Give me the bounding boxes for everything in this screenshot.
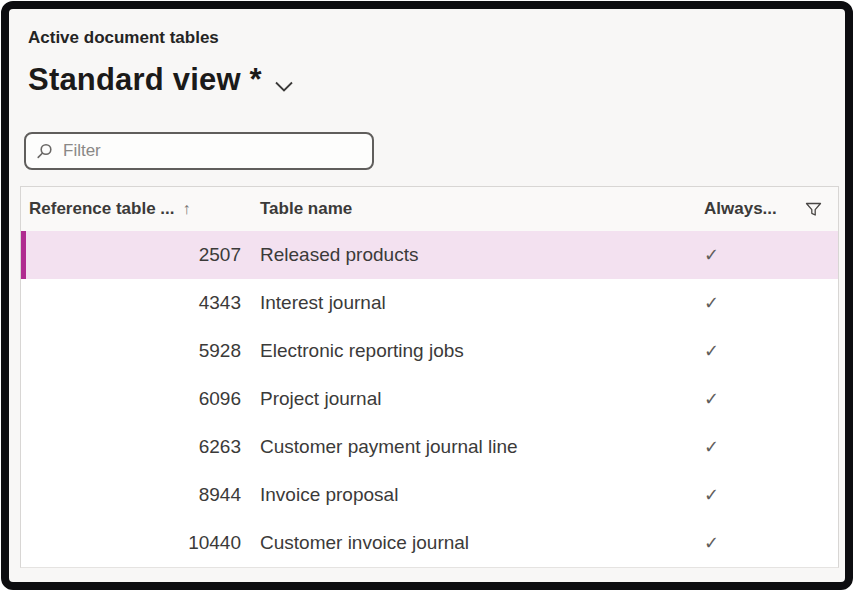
filter-input[interactable] — [61, 140, 363, 162]
cell-reference-table-id: 5928 — [21, 340, 249, 362]
always-checkmark-icon: ✓ — [698, 244, 838, 266]
filter-field — [24, 132, 374, 170]
column-header-label: Always... — [704, 199, 777, 219]
cell-reference-table-id: 4343 — [21, 292, 249, 314]
cell-reference-table-id: 2507 — [21, 244, 249, 266]
view-title: Standard view * — [28, 62, 262, 98]
cell-reference-table-id: 6263 — [21, 436, 249, 458]
table-row[interactable]: 5928 Electronic reporting jobs ✓ — [21, 327, 838, 375]
page-caption: Active document tables — [28, 28, 845, 48]
always-checkmark-icon: ✓ — [698, 532, 838, 554]
column-header-always[interactable]: Always... — [698, 199, 838, 219]
cell-reference-table-id: 10440 — [21, 532, 249, 554]
view-selector[interactable]: Standard view * — [28, 58, 294, 102]
filter-funnel-icon[interactable] — [805, 202, 822, 217]
active-document-tables-grid: Reference table ... ↑ Table name Always.… — [20, 186, 839, 568]
table-row[interactable]: 2507 Released products ✓ — [21, 231, 838, 279]
always-checkmark-icon: ✓ — [698, 484, 838, 506]
column-header-label: Reference table ... — [29, 199, 175, 219]
table-row[interactable]: 6263 Customer payment journal line ✓ — [21, 423, 838, 471]
column-header-reference-table[interactable]: Reference table ... ↑ — [21, 199, 249, 219]
selected-row-accent-bar — [21, 231, 26, 279]
cell-table-name: Electronic reporting jobs — [249, 340, 698, 362]
grid-body: 2507 Released products ✓ 4343 Interest j… — [21, 231, 838, 567]
column-header-table-name[interactable]: Table name — [249, 199, 698, 219]
search-icon — [35, 142, 54, 161]
always-checkmark-icon: ✓ — [698, 340, 838, 362]
always-checkmark-icon: ✓ — [698, 292, 838, 314]
cell-table-name: Project journal — [249, 388, 698, 410]
always-checkmark-icon: ✓ — [698, 388, 838, 410]
cell-table-name: Interest journal — [249, 292, 698, 314]
always-checkmark-icon: ✓ — [698, 436, 838, 458]
cell-reference-table-id: 8944 — [21, 484, 249, 506]
table-row[interactable]: 6096 Project journal ✓ — [21, 375, 838, 423]
cell-table-name: Customer payment journal line — [249, 436, 698, 458]
screenshot-frame: Active document tables Standard view * R… — [1, 1, 853, 590]
cell-table-name: Released products — [249, 244, 698, 266]
cell-table-name: Customer invoice journal — [249, 532, 698, 554]
chevron-down-icon — [274, 80, 294, 93]
column-header-label: Table name — [260, 199, 352, 218]
table-row[interactable]: 10440 Customer invoice journal ✓ — [21, 519, 838, 567]
grid-header-row: Reference table ... ↑ Table name Always.… — [21, 187, 838, 231]
table-row[interactable]: 8944 Invoice proposal ✓ — [21, 471, 838, 519]
sort-ascending-icon: ↑ — [183, 200, 191, 218]
cell-table-name: Invoice proposal — [249, 484, 698, 506]
table-row[interactable]: 4343 Interest journal ✓ — [21, 279, 838, 327]
cell-reference-table-id: 6096 — [21, 388, 249, 410]
